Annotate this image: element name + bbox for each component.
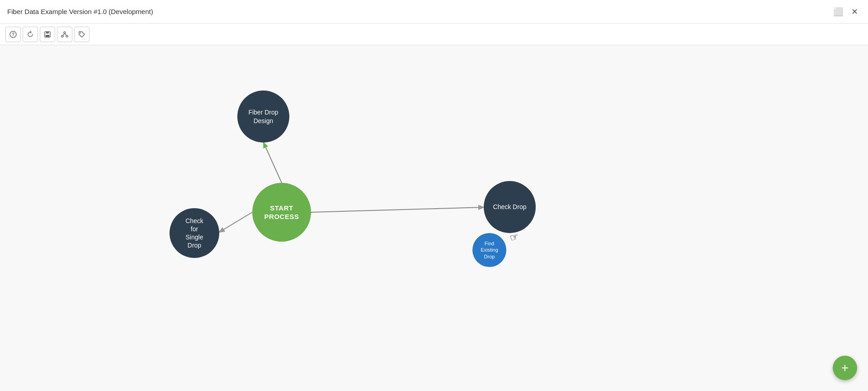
node-check-single-drop[interactable]: CheckforSingleDrop xyxy=(170,208,219,258)
svg-rect-4 xyxy=(46,35,49,37)
save-button[interactable] xyxy=(40,27,55,42)
help-button[interactable]: ? xyxy=(5,27,21,42)
title-bar: Fiber Data Example Version #1.0 (Develop… xyxy=(0,0,868,24)
analytics-button[interactable] xyxy=(57,27,72,42)
window-controls: ⬜ ✕ xyxy=(832,5,861,18)
canvas: Fiber Drop Design STARTPROCESS CheckforS… xyxy=(0,45,868,391)
maximize-button[interactable]: ⬜ xyxy=(832,5,844,18)
svg-line-8 xyxy=(63,33,65,35)
svg-line-13 xyxy=(311,207,484,212)
node-find-existing-drop[interactable]: FindExistingDrop xyxy=(472,233,506,267)
svg-line-12 xyxy=(219,212,252,232)
node-start-process[interactable]: STARTPROCESS xyxy=(252,183,311,242)
app-title: Fiber Data Example Version #1.0 (Develop… xyxy=(7,8,153,15)
svg-point-10 xyxy=(80,32,81,33)
toolbar: ? xyxy=(0,24,868,45)
node-fiber-drop-design[interactable]: Fiber Drop Design xyxy=(237,91,289,143)
close-button[interactable]: ✕ xyxy=(848,5,861,18)
svg-line-11 xyxy=(264,143,282,183)
svg-line-9 xyxy=(65,33,66,35)
svg-point-6 xyxy=(61,35,63,37)
arrows-svg xyxy=(0,45,868,391)
refresh-button[interactable] xyxy=(23,27,38,42)
svg-point-5 xyxy=(64,32,66,33)
svg-point-7 xyxy=(66,35,68,37)
node-check-drop[interactable]: Check Drop xyxy=(484,181,536,233)
tag-button[interactable] xyxy=(74,27,90,42)
fab-add-button[interactable]: + xyxy=(833,356,857,380)
svg-text:?: ? xyxy=(12,32,14,37)
svg-rect-3 xyxy=(46,32,49,33)
